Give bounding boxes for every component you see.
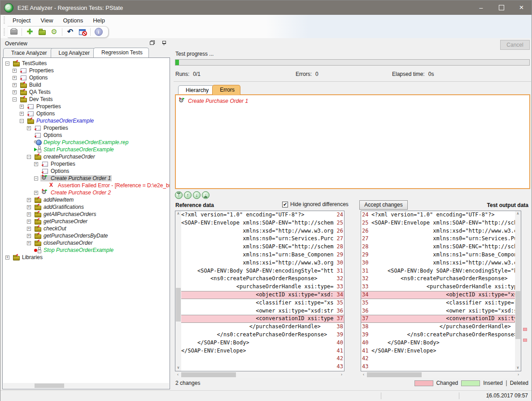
hide-ignored-checkbox[interactable]: ✔ bbox=[282, 202, 288, 207]
tree-toggle[interactable]: + bbox=[5, 256, 9, 260]
tree-toggle[interactable]: + bbox=[13, 83, 17, 87]
tree-toggle[interactable]: − bbox=[34, 176, 38, 181]
diff-nav-button[interactable]: ↓ bbox=[193, 191, 201, 199]
scroll-left-icon[interactable]: ‹ bbox=[175, 372, 181, 378]
error-list-item[interactable]: Create Purchase Order 1 bbox=[179, 98, 529, 104]
tree-toggle[interactable]: + bbox=[27, 234, 31, 238]
scroll-down-icon[interactable]: ∨ bbox=[175, 365, 181, 371]
tree-toggle[interactable]: + bbox=[13, 69, 17, 73]
diff-nav-button[interactable]: ↑ bbox=[175, 191, 183, 199]
tree-item[interactable]: Stop PurchaseOrderExample bbox=[3, 247, 163, 254]
tree-toggle[interactable]: + bbox=[13, 90, 17, 94]
print-button[interactable] bbox=[9, 28, 18, 36]
tree-item[interactable]: + getPurchaseOrdersByDate bbox=[3, 232, 163, 239]
scroll-right-icon[interactable]: › bbox=[515, 372, 521, 378]
tree-item[interactable]: + addNewItem bbox=[3, 196, 163, 203]
overview-tab[interactable]: Log Analyzer bbox=[51, 48, 96, 57]
scroll-down-icon[interactable]: ∨ bbox=[515, 365, 521, 371]
reference-horizontal-scrollbar[interactable]: ‹ › bbox=[175, 372, 344, 378]
stop-session-button[interactable] bbox=[78, 28, 87, 36]
tree-toggle[interactable]: + bbox=[34, 191, 38, 195]
menu-grip-handle[interactable] bbox=[4, 17, 5, 24]
tree-toggle[interactable]: + bbox=[20, 112, 24, 116]
toolbar-grip-handle[interactable] bbox=[4, 28, 5, 35]
scrollbar-thumb[interactable] bbox=[515, 291, 520, 339]
pin-panel-icon[interactable] bbox=[162, 40, 166, 45]
tree-item[interactable]: Deploy PurchaseOrderExample.rep bbox=[3, 139, 163, 146]
tree-item[interactable]: − TestSuites bbox=[3, 60, 163, 67]
tree-toggle[interactable]: − bbox=[20, 119, 24, 123]
maximize-button[interactable] bbox=[491, 0, 511, 15]
tree-item[interactable]: + Properties bbox=[3, 160, 163, 167]
tree-toggle[interactable]: − bbox=[13, 97, 17, 101]
result-tab[interactable]: Errors bbox=[212, 85, 240, 95]
overview-tab[interactable]: Trace Analyzer bbox=[3, 48, 53, 57]
change-marker[interactable] bbox=[523, 328, 527, 331]
scrollbar-thumb[interactable] bbox=[176, 288, 181, 322]
reference-vertical-scrollbar[interactable]: ∧ ∨ bbox=[175, 211, 181, 371]
diff-nav-button[interactable]: ↑ bbox=[184, 191, 192, 199]
tree-item[interactable]: + Libraries bbox=[3, 254, 163, 261]
scrollbar-thumb[interactable] bbox=[35, 383, 64, 388]
tree-item[interactable]: + Properties bbox=[3, 124, 163, 132]
menu-item[interactable]: Project bbox=[8, 16, 35, 25]
settings-button[interactable]: ⚙ bbox=[50, 28, 58, 36]
tree-item[interactable]: + Properties bbox=[3, 67, 163, 74]
tree-item[interactable]: + QA Tests bbox=[3, 88, 163, 96]
tree-toggle[interactable]: + bbox=[13, 76, 17, 80]
tree-item[interactable]: − Dev Tests bbox=[3, 96, 163, 103]
scrollbar-thumb[interactable] bbox=[367, 372, 422, 377]
scroll-up-icon[interactable]: ∧ bbox=[515, 211, 521, 217]
tree-item[interactable]: − Create Purchase Order 1 bbox=[3, 175, 163, 182]
close-button[interactable]: × bbox=[511, 0, 532, 15]
tree-item[interactable]: Assertion Failed Error - [Reference = D:… bbox=[3, 182, 163, 189]
tree-toggle[interactable]: + bbox=[27, 205, 31, 209]
tree-item[interactable]: Options bbox=[3, 132, 163, 139]
change-marker[interactable] bbox=[523, 339, 527, 342]
undo-button[interactable]: ↶ bbox=[66, 28, 74, 36]
info-button[interactable]: i bbox=[94, 28, 103, 36]
tree-toggle[interactable]: + bbox=[27, 220, 31, 224]
tree-toggle[interactable]: + bbox=[34, 162, 38, 166]
tree-item[interactable]: + Options bbox=[3, 110, 163, 117]
tree-item[interactable]: + Options bbox=[3, 74, 163, 81]
minimize-button[interactable]: – bbox=[471, 0, 491, 15]
accept-changes-button[interactable]: Accept changes bbox=[359, 200, 408, 210]
tree-item[interactable]: + Build bbox=[3, 81, 163, 88]
scroll-left-icon[interactable]: ‹ bbox=[361, 372, 366, 378]
cancel-button[interactable]: Cancel bbox=[500, 40, 530, 50]
result-tab[interactable]: Hierarchy bbox=[178, 85, 214, 95]
tree-toggle[interactable]: − bbox=[27, 155, 31, 159]
tree-item[interactable]: + getAllPurchaseOrders bbox=[3, 211, 163, 218]
menu-item[interactable]: Help bbox=[88, 16, 110, 25]
tree-toggle[interactable]: + bbox=[27, 227, 31, 231]
diff-nav-button[interactable]: ↓ bbox=[202, 191, 209, 199]
tree-toggle[interactable]: − bbox=[5, 62, 9, 66]
tree-item[interactable]: + Properties bbox=[3, 103, 163, 110]
tree-item[interactable]: + checkOut bbox=[3, 225, 163, 232]
tree-item[interactable]: + closePurchaseOrder bbox=[3, 239, 163, 247]
tree-toggle[interactable]: + bbox=[27, 212, 31, 216]
float-panel-icon[interactable] bbox=[150, 40, 155, 45]
tree-horizontal-scrollbar[interactable] bbox=[3, 383, 169, 388]
tree-item[interactable]: Options bbox=[3, 167, 163, 175]
tree-toggle[interactable]: + bbox=[27, 198, 31, 202]
scroll-right-icon[interactable]: › bbox=[339, 372, 344, 378]
tree-item[interactable]: Start PurchaseOrderExample bbox=[3, 146, 163, 153]
menu-item[interactable]: Options bbox=[58, 16, 88, 25]
tree-toggle[interactable]: + bbox=[27, 241, 31, 245]
scroll-up-icon[interactable]: ∧ bbox=[175, 211, 181, 217]
tree-item[interactable]: + Create Purchase Order 2 bbox=[3, 189, 163, 196]
tree-toggle[interactable]: + bbox=[20, 105, 24, 109]
output-horizontal-scrollbar[interactable]: ‹ › bbox=[361, 372, 521, 378]
output-vertical-scrollbar[interactable]: ∧ ∨ bbox=[515, 211, 521, 371]
tree-toggle[interactable]: + bbox=[27, 126, 31, 130]
new-button[interactable]: ✚ bbox=[26, 28, 34, 36]
tree-item[interactable]: − createPurchaseOrder bbox=[3, 153, 163, 160]
overview-tab[interactable]: Regression Tests bbox=[93, 48, 149, 57]
tree-item[interactable]: + getPurchaseOrder bbox=[3, 218, 163, 225]
menu-item[interactable]: View bbox=[35, 16, 58, 25]
scrollbar-thumb[interactable] bbox=[181, 372, 236, 377]
tree-item[interactable]: + addGratifications bbox=[3, 203, 163, 211]
tree-item[interactable]: − PurchaseOrderExample bbox=[3, 117, 163, 124]
